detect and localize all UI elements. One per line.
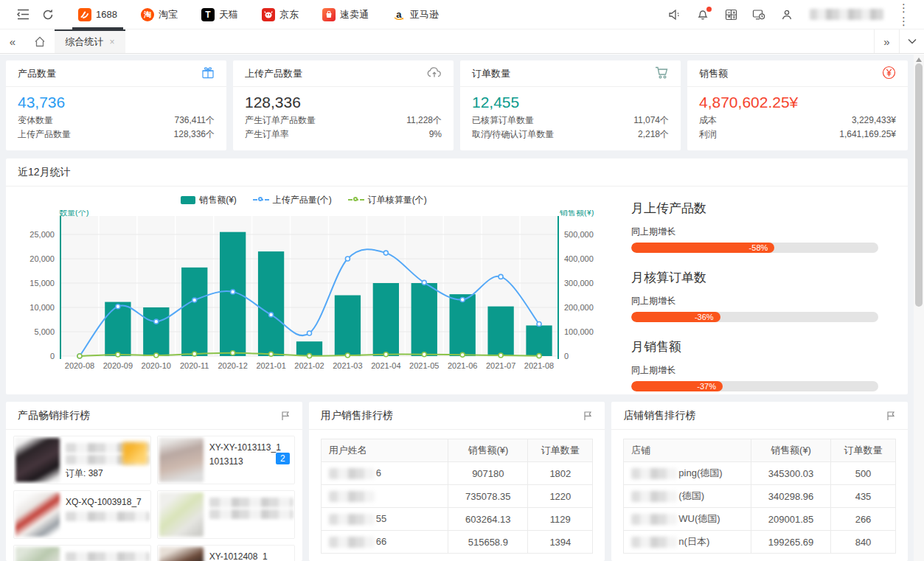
menu-fold-icon[interactable] (10, 0, 35, 29)
redacted-text (209, 509, 293, 519)
tab-close-icon[interactable]: × (109, 37, 114, 47)
user-name-cell: 55 (321, 508, 448, 531)
table-header-row: 用户姓名销售额(¥)订单数量 (321, 439, 593, 462)
flag-icon[interactable] (583, 411, 593, 421)
legend-item[interactable]: 上传产品量(个) (253, 194, 332, 206)
refresh-icon[interactable] (35, 0, 60, 29)
user-name-cell: 6 (321, 462, 448, 485)
subrow-label: 变体数量 (18, 114, 53, 128)
scrollbar-thumb[interactable] (915, 63, 923, 307)
product-card[interactable]: 订单: 387 (13, 436, 151, 484)
user-name-cell (321, 485, 448, 508)
subrow-value: 11,228个 (406, 114, 442, 128)
growth-progress-track: -58% (631, 243, 878, 253)
growth-sublabel: 同上期增长 (631, 226, 878, 238)
legend-item[interactable]: 销售额(¥) (181, 194, 237, 206)
shop-name-cell: WU(德国) (624, 508, 751, 531)
notification-bell-icon[interactable] (690, 0, 715, 29)
marketplace-tab-label: 淘宝 (159, 8, 178, 21)
legend-circle (258, 197, 263, 201)
marketplace-taobao-icon: 淘 (141, 8, 154, 21)
orders-cell: 1394 (528, 531, 593, 554)
legend-label: 订单核算量(个) (368, 194, 427, 206)
count-badge: 2 (276, 453, 290, 464)
stat-card-header: 销售额 (687, 60, 908, 87)
tabs-scroll-right-icon[interactable]: » (874, 29, 899, 53)
calculator-icon[interactable] (718, 0, 743, 29)
flag-icon[interactable] (886, 411, 896, 421)
user-icon[interactable] (774, 0, 799, 29)
svg-text:500,000: 500,000 (564, 230, 594, 239)
redacted-text (209, 498, 293, 507)
user-name-cell: 66 (321, 531, 448, 554)
tabs-scroll-left-icon[interactable]: « (0, 29, 25, 53)
cart-icon (655, 66, 669, 81)
marketplace-1688-icon (78, 8, 91, 21)
user-ranking-table: 用户姓名销售额(¥)订单数量69071801802735078.35122055… (309, 439, 605, 554)
svg-text:2020-10: 2020-10 (142, 361, 171, 370)
product-card[interactable] (157, 490, 295, 539)
svg-text:2021-06: 2021-06 (448, 361, 477, 370)
monthly-stats-panel: 近12月统计 销售额(¥)上传产品量(个)订单核算量(个) 005,000100… (6, 158, 908, 394)
service-monitor-icon[interactable] (746, 0, 771, 29)
tab-comprehensive-stats[interactable]: 综合统计 × (55, 29, 125, 53)
redacted-text (66, 512, 149, 521)
marketplace-tab-1688[interactable]: 1688 (66, 0, 129, 29)
vertical-scrollbar[interactable] (914, 55, 924, 561)
legend-item[interactable]: 订单核算量(个) (348, 194, 427, 206)
growth-title: 月销售额 (631, 338, 878, 355)
more-menu-icon[interactable]: ⋮⋮ (894, 1, 914, 28)
gift-icon (201, 66, 215, 81)
product-image-redacted (159, 492, 204, 537)
product-card[interactable]: XQ-XQ-1003918_7 (13, 490, 151, 539)
orders-cell: 840 (831, 531, 896, 554)
svg-text:0: 0 (564, 352, 569, 360)
orders-cell: 1802 (528, 462, 593, 485)
marketplace-tab-亚马逊[interactable]: a亚马逊 (381, 0, 451, 29)
marketplace-tab-天猫[interactable]: T天猫 (190, 0, 250, 29)
tabs-dropdown-icon[interactable] (899, 29, 924, 53)
product-card[interactable]: XY-1012408_1 (157, 545, 295, 561)
combo-chart[interactable]: 005,000100,00010,000200,00015,000300,000… (9, 210, 599, 391)
stat-card-title: 产品数量 (18, 67, 56, 80)
product-card[interactable]: XY-XY-1013113_110131132 (157, 436, 295, 484)
stat-card-body: 43,736变体数量736,411个上传产品数量128,336个 (6, 87, 226, 142)
marketplace-tab-淘宝[interactable]: 淘淘宝 (129, 0, 190, 29)
username-redacted[interactable] (810, 9, 883, 20)
marketplace-tabs: 1688淘淘宝T天猫京东速卖通a亚马逊 (66, 0, 451, 29)
svg-text:2020-09: 2020-09 (103, 361, 133, 370)
name-visible-suffix: 66 (376, 536, 386, 547)
product-code: XQ-XQ-1003918_7 (66, 495, 149, 509)
svg-text:10,000: 10,000 (29, 303, 55, 312)
column-header: 订单数量 (831, 439, 896, 462)
table-row: WU(德国)209001.85266 (624, 508, 896, 531)
growth-progress-fill: -37% (631, 381, 723, 391)
svg-text:15,000: 15,000 (29, 279, 55, 288)
marketplace-tab-label: 天猫 (219, 8, 238, 21)
scrollbar-up-arrow[interactable] (916, 58, 922, 62)
table-row: 69071801802 (321, 462, 593, 485)
flag-icon[interactable] (280, 411, 291, 421)
chart-area: 销售额(¥)上传产品量(个)订单核算量(个) 005,000100,00010,… (9, 189, 599, 408)
marketplace-tmall-icon: T (201, 8, 215, 21)
marketplace-tab-京东[interactable]: 京东 (250, 0, 310, 29)
subrow-value: 2,218个 (638, 128, 669, 142)
announcement-icon[interactable] (662, 0, 687, 29)
table-row: 55603264.131129 (321, 508, 593, 531)
product-code: XY-1012408_1 (209, 550, 293, 561)
product-card[interactable] (13, 545, 151, 561)
home-icon[interactable] (25, 29, 55, 53)
stat-card-subrow: 已核算订单数量11,074个 (472, 114, 669, 128)
svg-text:5,000: 5,000 (34, 327, 55, 336)
table-row: 735078.351220 (321, 485, 593, 508)
user-ranking-title: 用户销售排行榜 (321, 409, 393, 422)
growth-progress-fill: -58% (631, 243, 774, 253)
svg-text:2020-12: 2020-12 (218, 361, 247, 370)
svg-text:400,000: 400,000 (564, 254, 594, 263)
shop-name-cell: n(日本) (624, 531, 751, 554)
subrow-label: 取消/待确认订单数量 (472, 128, 554, 142)
marketplace-tab-速卖通[interactable]: 速卖通 (310, 0, 381, 29)
stat-card-body: 4,870,602.25¥成本3,229,433¥利润1,641,169.25¥ (687, 87, 908, 142)
svg-text:300,000: 300,000 (564, 279, 594, 288)
stat-card-header: 上传产品数量 (233, 60, 454, 87)
